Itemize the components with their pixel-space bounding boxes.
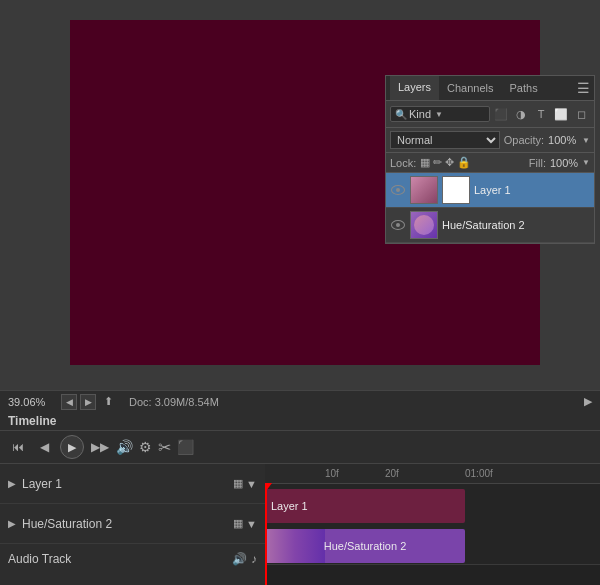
clip-huesat-thumbnail — [265, 529, 325, 563]
layer-thumbnail-huesat — [410, 211, 438, 239]
track-content: 10f 20f 01:00f Layer 1 Hue/Saturation 2 — [265, 464, 600, 585]
layer-name-huesat: Hue/Saturation 2 — [442, 219, 590, 231]
track-options-huesat: ▦ ▼ — [233, 517, 257, 530]
layer-visibility-layer1[interactable] — [390, 182, 406, 198]
smart-filter-icon[interactable]: ◻ — [572, 105, 590, 123]
playhead[interactable] — [265, 484, 267, 585]
lock-fill-row: Lock: ▦ ✏ ✥ 🔒 Fill: 100% ▼ — [386, 153, 594, 173]
track-name-layer1: Layer 1 — [22, 477, 227, 491]
fill-value[interactable]: 100% — [550, 157, 578, 169]
track-expand-huesat: ▶ — [8, 518, 16, 529]
search-icon: 🔍 — [395, 109, 407, 120]
fill-label: Fill: — [529, 157, 546, 169]
kind-filter[interactable]: 🔍 Kind ▼ — [390, 106, 490, 122]
lock-label: Lock: — [390, 157, 416, 169]
opacity-arrow: ▼ — [582, 136, 590, 145]
timeline-tracks: ▶ Layer 1 ▦ ▼ ▶ Hue/Saturation 2 ▦ ▼ Aud… — [0, 464, 600, 585]
adj-icon — [414, 215, 434, 235]
layer-thumbnail-layer1 — [410, 176, 438, 204]
track-dropdown-icon[interactable]: ▼ — [246, 478, 257, 490]
tab-layers[interactable]: Layers — [390, 76, 439, 100]
status-bar: 39.06% ◀ ▶ ⬆ Doc: 3.09M/8.54M ▶ — [0, 390, 600, 412]
track-options-layer1: ▦ ▼ — [233, 477, 257, 490]
eye-icon-huesat — [391, 220, 405, 230]
lock-pixels-icon[interactable]: ✏ — [433, 156, 442, 169]
volume-icon[interactable]: 🔊 — [116, 439, 133, 455]
timeline-header: Timeline — [0, 412, 600, 431]
timeline-label: Timeline — [8, 414, 56, 428]
filter-icons: ⬛ ◑ T ⬜ ◻ — [492, 105, 590, 123]
tab-paths[interactable]: Paths — [502, 77, 546, 100]
layer-visibility-huesat[interactable] — [390, 217, 406, 233]
blend-opacity-row: Normal Opacity: 100% ▼ — [386, 128, 594, 153]
step-forward-button[interactable]: ▶▶ — [90, 437, 110, 457]
track-option-icon-huesat[interactable]: ▦ — [233, 517, 243, 530]
share-icon[interactable]: ⬆ — [104, 395, 113, 408]
panel-menu-icon[interactable]: ☰ — [577, 80, 590, 96]
layer-item-layer1[interactable]: Layer 1 — [386, 173, 594, 208]
layers-list: Layer 1 Hue/Saturation 2 — [386, 173, 594, 243]
track-name-audio: Audio Track — [8, 552, 228, 566]
track-label-audio[interactable]: Audio Track 🔊 ♪ — [0, 544, 265, 574]
clip-label-huesat: Hue/Saturation 2 — [324, 540, 407, 552]
fill-arrow: ▼ — [582, 158, 590, 167]
layer-item-huesat[interactable]: Hue/Saturation 2 — [386, 208, 594, 243]
timeline-controls: ⏮ ◀ ▶ ▶▶ 🔊 ⚙ ✂ ⬛ — [0, 431, 600, 464]
kind-label: Kind — [409, 108, 431, 120]
adjustment-filter-icon[interactable]: ◑ — [512, 105, 530, 123]
opacity-value[interactable]: 100% — [548, 134, 578, 146]
panel-toolbar: 🔍 Kind ▼ ⬛ ◑ T ⬜ ◻ — [386, 101, 594, 128]
panel-tabs: Layers Channels Paths ☰ — [386, 76, 594, 101]
timeline-area: Timeline ⏮ ◀ ▶ ▶▶ 🔊 ⚙ ✂ ⬛ ▶ Layer 1 ▦ ▼ … — [0, 412, 600, 585]
monitor-icon[interactable]: ⬛ — [177, 439, 194, 455]
layer-mask-layer1 — [442, 176, 470, 204]
tab-channels[interactable]: Channels — [439, 77, 501, 100]
clip-label-layer1: Layer 1 — [271, 500, 308, 512]
track-name-huesat: Hue/Saturation 2 — [22, 517, 227, 531]
lock-all-icon[interactable]: 🔒 — [457, 156, 471, 169]
timeline-ruler: 10f 20f 01:00f — [265, 464, 600, 484]
eye-icon-layer1 — [391, 185, 405, 195]
nav-prev-icon[interactable]: ◀ — [61, 394, 77, 410]
audio-note-icon[interactable]: ♪ — [251, 552, 257, 566]
track-label-layer1[interactable]: ▶ Layer 1 ▦ ▼ — [0, 464, 265, 504]
ruler-mark-20f: 20f — [385, 468, 399, 479]
track-option-icon[interactable]: ▦ — [233, 477, 243, 490]
text-filter-icon[interactable]: T — [532, 105, 550, 123]
layer-name-layer1: Layer 1 — [474, 184, 590, 196]
track-label-huesat[interactable]: ▶ Hue/Saturation 2 ▦ ▼ — [0, 504, 265, 544]
ruler-mark-10f: 10f — [325, 468, 339, 479]
go-start-button[interactable]: ⏮ — [8, 437, 28, 457]
lock-transparent-icon[interactable]: ▦ — [420, 156, 430, 169]
clip-huesat[interactable]: Hue/Saturation 2 — [265, 529, 465, 563]
opacity-label: Opacity: — [504, 134, 544, 146]
lock-position-icon[interactable]: ✥ — [445, 156, 454, 169]
step-back-button[interactable]: ◀ — [34, 437, 54, 457]
blend-mode-select[interactable]: Normal — [390, 131, 500, 149]
lock-icons: ▦ ✏ ✥ 🔒 — [420, 156, 471, 169]
playhead-triangle — [265, 483, 272, 491]
kind-dropdown-arrow: ▼ — [435, 110, 443, 119]
clip-area: Layer 1 Hue/Saturation 2 — [265, 484, 600, 585]
doc-info: Doc: 3.09M/8.54M — [129, 396, 219, 408]
pixel-filter-icon[interactable]: ⬛ — [492, 105, 510, 123]
track-expand-layer1: ▶ — [8, 478, 16, 489]
timeline-toggle-arrow[interactable]: ▶ — [584, 395, 592, 408]
ruler-mark-01m: 01:00f — [465, 468, 493, 479]
nav-icons: ◀ ▶ — [61, 394, 96, 410]
track-dropdown-icon-huesat[interactable]: ▼ — [246, 518, 257, 530]
eye-pupil — [396, 188, 400, 192]
audio-volume-icon[interactable]: 🔊 — [232, 552, 247, 566]
settings-icon[interactable]: ⚙ — [139, 439, 152, 455]
layers-panel: Layers Channels Paths ☰ 🔍 Kind ▼ ⬛ ◑ T ⬜… — [385, 75, 595, 244]
audio-track-content — [265, 564, 600, 585]
zoom-level[interactable]: 39.06% — [8, 396, 53, 408]
shape-filter-icon[interactable]: ⬜ — [552, 105, 570, 123]
play-button[interactable]: ▶ — [60, 435, 84, 459]
nav-next-icon[interactable]: ▶ — [80, 394, 96, 410]
scissors-icon[interactable]: ✂ — [158, 438, 171, 457]
eye-pupil-huesat — [396, 223, 400, 227]
clip-layer1[interactable]: Layer 1 — [265, 489, 465, 523]
track-labels: ▶ Layer 1 ▦ ▼ ▶ Hue/Saturation 2 ▦ ▼ Aud… — [0, 464, 265, 585]
